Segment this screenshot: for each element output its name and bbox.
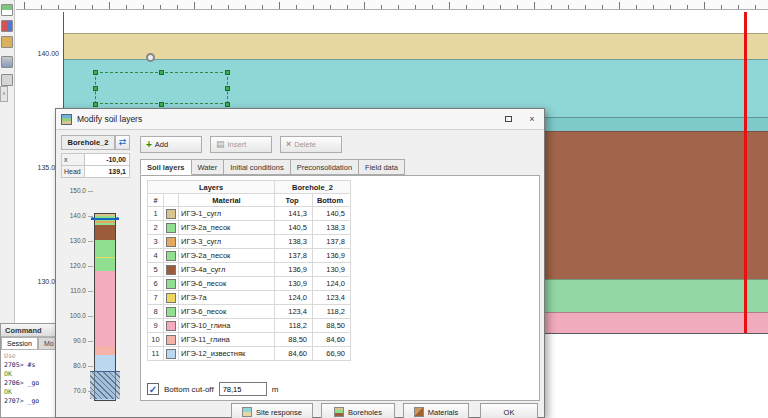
layer-row[interactable]: 8ИГЭ-6_песок123,4118,2 (148, 305, 351, 319)
layer-cell[interactable]: 141,3 (275, 207, 313, 221)
layer-cell[interactable]: 7 (148, 291, 164, 305)
toolbar-icon-3[interactable] (1, 36, 13, 48)
layer-cell[interactable] (164, 207, 179, 221)
layer-cell[interactable]: 118,2 (313, 305, 351, 319)
layer-cell[interactable]: 88,50 (313, 319, 351, 333)
site-response-button[interactable]: Site response (231, 403, 313, 418)
layer-cell[interactable] (164, 305, 179, 319)
structure-node[interactable] (225, 70, 230, 75)
restore-button[interactable] (496, 110, 520, 129)
bottom-cutoff-checkbox[interactable]: ✓ (147, 383, 159, 395)
tab-preconsolidation[interactable]: Preconsolidation (291, 159, 359, 175)
point-marker-icon[interactable] (146, 53, 155, 62)
borehole-head-value[interactable]: 139,1 (85, 165, 130, 178)
layer-cell[interactable]: 10 (148, 333, 164, 347)
tab-session[interactable]: Session (1, 337, 38, 349)
borehole-swap-icon[interactable]: ⇄ (115, 135, 130, 150)
layer-row[interactable]: 10ИГЭ-11_глина88,5084,60 (148, 333, 351, 347)
layer-cell[interactable]: 137,8 (313, 235, 351, 249)
layer-cell[interactable]: 9 (148, 319, 164, 333)
layer-cell[interactable] (164, 347, 179, 361)
layer-row[interactable]: 3ИГЭ-3_сугл138,3137,8 (148, 235, 351, 249)
layer-cell[interactable]: 138,3 (275, 235, 313, 249)
layer-cell[interactable] (164, 249, 179, 263)
layer-cell[interactable]: 136,9 (275, 263, 313, 277)
structure-node[interactable] (159, 70, 164, 75)
tab-soil-layers[interactable]: Soil layers (140, 159, 192, 175)
close-button[interactable]: × (520, 110, 544, 129)
layer-cell[interactable]: 88,50 (275, 333, 313, 347)
layer-row[interactable]: 6ИГЭ-6_песок130,9124,0 (148, 277, 351, 291)
layer-cell[interactable]: ИГЭ-6_песок (179, 305, 275, 319)
toolbar-icon-4[interactable] (1, 56, 13, 68)
layer-cell[interactable]: ИГЭ-12_известняк (179, 347, 275, 361)
layer-cell[interactable]: ИГЭ-1_сугл (179, 207, 275, 221)
layer-cell[interactable] (164, 333, 179, 347)
layer-cell[interactable]: ИГЭ-2а_песок (179, 249, 275, 263)
layer-cell[interactable] (164, 291, 179, 305)
layer-cell[interactable]: 1 (148, 207, 164, 221)
structure-node[interactable] (225, 102, 230, 107)
insert-button[interactable]: ▤ Insert (210, 136, 272, 153)
layer-cell[interactable]: 84,60 (313, 333, 351, 347)
structure-node[interactable] (93, 70, 98, 75)
layer-cell[interactable] (164, 221, 179, 235)
layer-cell[interactable]: 11 (148, 347, 164, 361)
layer-cell[interactable]: ИГЭ-11_глина (179, 333, 275, 347)
layer-cell[interactable]: ИГЭ-2а_песок (179, 221, 275, 235)
layer-cell[interactable]: 138,3 (313, 221, 351, 235)
layer-cell[interactable] (164, 319, 179, 333)
cross-section-line[interactable] (744, 12, 747, 333)
layer-cell[interactable]: 6 (148, 277, 164, 291)
layer-cell[interactable]: 130,9 (313, 263, 351, 277)
layer-row[interactable]: 2ИГЭ-2а_песок140,5138,3 (148, 221, 351, 235)
layer-cell[interactable]: ИГЭ-10_глина (179, 319, 275, 333)
layer-cell[interactable]: 118,2 (275, 319, 313, 333)
layer-row[interactable]: 11ИГЭ-12_известняк84,6066,90 (148, 347, 351, 361)
layer-cell[interactable]: 123,4 (313, 291, 351, 305)
layer-cell[interactable]: 130,9 (275, 277, 313, 291)
tab-initial-conditions[interactable]: Initial conditions (224, 159, 290, 175)
layer-cell[interactable] (164, 263, 179, 277)
layer-row[interactable]: 5ИГЭ-4а_сугл136,9130,9 (148, 263, 351, 277)
layer-cell[interactable]: 4 (148, 249, 164, 263)
layer-cell[interactable]: 136,9 (313, 249, 351, 263)
layer-cell[interactable]: ИГЭ-4а_сугл (179, 263, 275, 277)
layer-cell[interactable]: 3 (148, 235, 164, 249)
layer-cell[interactable]: 140,5 (313, 207, 351, 221)
layer-cell[interactable]: 124,0 (313, 277, 351, 291)
layer-row[interactable]: 4ИГЭ-2а_песок137,8136,9 (148, 249, 351, 263)
layer-cell[interactable]: 123,4 (275, 305, 313, 319)
delete-button[interactable]: × Delete (280, 136, 342, 153)
layer-cell[interactable] (164, 277, 179, 291)
structure-node[interactable] (159, 102, 164, 107)
layer-cell[interactable] (164, 235, 179, 249)
layer-cell[interactable]: 2 (148, 221, 164, 235)
structure-node[interactable] (93, 102, 98, 107)
layer-row[interactable]: 9ИГЭ-10_глина118,288,50 (148, 319, 351, 333)
tab-water[interactable]: Water (192, 159, 225, 175)
layer-cell[interactable]: 140,5 (275, 221, 313, 235)
bottom-cutoff-input[interactable] (219, 382, 267, 396)
layer-cell[interactable]: 84,60 (275, 347, 313, 361)
dialog-titlebar[interactable]: Modify soil layers × (56, 109, 544, 130)
toolbar-icon-2[interactable] (1, 20, 13, 32)
toolbar-icon-1[interactable] (1, 4, 13, 16)
add-button[interactable]: + Add (140, 136, 202, 153)
layer-cell[interactable]: 124,0 (275, 291, 313, 305)
boreholes-button[interactable]: Boreholes (321, 403, 395, 418)
layer-cell[interactable]: ИГЭ-7а (179, 291, 275, 305)
materials-button[interactable]: Materials (403, 403, 469, 418)
layer-row[interactable]: 7ИГЭ-7а124,0123,4 (148, 291, 351, 305)
layer-cell[interactable]: 5 (148, 263, 164, 277)
layer-cell[interactable]: ИГЭ-6_песок (179, 277, 275, 291)
structure-node[interactable] (225, 86, 230, 91)
layer-cell[interactable]: 137,8 (275, 249, 313, 263)
toolbar-icon-5[interactable] (1, 74, 13, 86)
layer-cell[interactable]: 66,90 (313, 347, 351, 361)
layer-cell[interactable]: ИГЭ-3_сугл (179, 235, 275, 249)
structure-node[interactable] (93, 86, 98, 91)
structure-outline[interactable] (95, 72, 228, 104)
layer-cell[interactable]: 8 (148, 305, 164, 319)
layer-row[interactable]: 1ИГЭ-1_сугл141,3140,5 (148, 207, 351, 221)
